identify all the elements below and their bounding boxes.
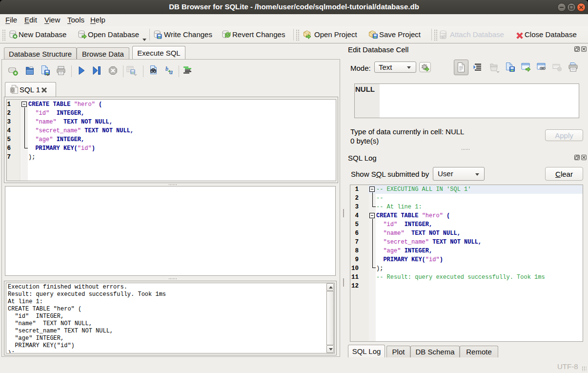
svg-text:a: a (169, 68, 173, 76)
svg-text:b: b (165, 66, 168, 72)
